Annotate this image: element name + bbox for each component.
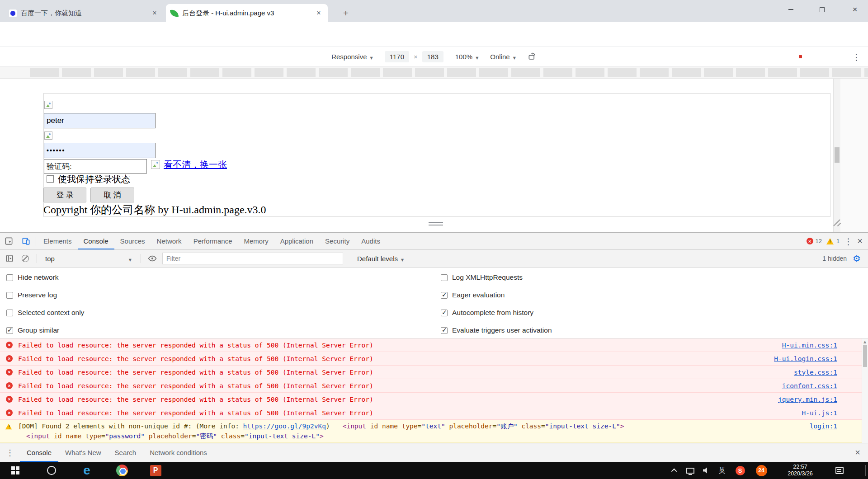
powerpoint-taskbar-button[interactable]: P (145, 462, 166, 479)
console-scrollbar-thumb[interactable] (863, 345, 867, 367)
element-preview[interactable]: <input id name type="text" placeholder="… (343, 423, 624, 430)
login-button[interactable]: 登 录 (43, 188, 86, 202)
start-button[interactable] (5, 462, 26, 479)
tab-close-icon[interactable]: × (150, 9, 159, 18)
hidden-messages-count[interactable]: 1 hidden (822, 255, 847, 262)
log-levels-select[interactable]: Default levels (357, 255, 404, 263)
username-input[interactable] (44, 113, 156, 128)
ime-indicator[interactable]: 英 (715, 462, 729, 479)
captcha-input[interactable] (44, 159, 147, 174)
zoom-select[interactable]: 100% (455, 53, 479, 61)
rotate-viewport-button[interactable] (528, 52, 537, 61)
tab-performance[interactable]: Performance (188, 233, 238, 249)
setting-preserve-log[interactable]: Preserve log (6, 288, 57, 302)
sogou-icon: S (736, 466, 745, 475)
source-link[interactable]: style.css:1 (794, 369, 837, 376)
viewport-resize-grip[interactable] (832, 217, 842, 227)
setting-eager-evaluation[interactable]: Eager evaluation (441, 288, 505, 302)
page-scrollbar[interactable] (833, 79, 840, 232)
tray-overflow-button[interactable] (668, 462, 681, 479)
page-scrollbar-thumb[interactable] (835, 147, 840, 163)
viewport-height-field[interactable]: 183 (422, 51, 443, 62)
source-link[interactable]: jquery.min.js:1 (778, 396, 837, 403)
tab-audits[interactable]: Audits (355, 233, 386, 249)
tray-volume-button[interactable] (700, 462, 712, 479)
chrome-taskbar-button[interactable] (111, 462, 133, 479)
window-maximize-button[interactable] (811, 0, 832, 19)
drawer-tab-whats-new[interactable]: What's New (58, 443, 108, 462)
checkbox[interactable] (6, 327, 13, 334)
console-filter-input[interactable] (162, 253, 343, 264)
setting-selected-context[interactable]: Selected context only (6, 305, 84, 320)
window-close-button[interactable]: × (844, 0, 865, 19)
taskbar-clock[interactable]: 22:57 2020/3/26 (775, 462, 826, 479)
window-minimize-button[interactable] (780, 0, 801, 19)
toggle-device-toolbar-button[interactable] (17, 233, 34, 249)
tab-application[interactable]: Application (274, 233, 319, 249)
tray-badge-button[interactable]: 24 (751, 462, 771, 479)
show-desktop-divider[interactable] (865, 465, 866, 476)
setting-log-xhr[interactable]: Log XMLHttpRequests (441, 270, 523, 285)
devtools-close-icon[interactable]: × (857, 236, 863, 246)
cancel-button[interactable]: 取 消 (90, 188, 134, 202)
device-toolbar-menu-icon[interactable]: ⋮ (852, 52, 861, 62)
tab-network[interactable]: Network (151, 233, 188, 249)
source-link[interactable]: H-ui.js:1 (802, 409, 837, 417)
console-settings-gear-icon[interactable]: ⚙ (853, 253, 861, 264)
captcha-refresh-link[interactable]: 看不清，换一张 (164, 159, 227, 171)
devtools-split-grip[interactable] (429, 222, 443, 225)
inspect-element-button[interactable] (0, 233, 17, 249)
checkbox[interactable] (441, 327, 448, 334)
action-center-button[interactable] (830, 462, 849, 479)
checkbox[interactable] (441, 274, 448, 281)
javascript-context-select[interactable]: top (42, 255, 135, 263)
checkbox[interactable] (441, 310, 448, 316)
browser-tab-baidu[interactable]: 百度一下，你就知道 × (5, 4, 164, 22)
show-console-sidebar-button[interactable] (4, 254, 15, 263)
password-input[interactable] (44, 143, 156, 158)
error-count-badge[interactable]: × 12 (807, 238, 822, 244)
tab-close-icon[interactable]: × (314, 9, 323, 18)
tab-memory[interactable]: Memory (238, 233, 274, 249)
source-link[interactable]: H-ui.min.css:1 (782, 342, 837, 349)
setting-hide-network[interactable]: Hide network (6, 270, 58, 285)
checkbox[interactable] (6, 274, 13, 281)
source-link[interactable]: iconfont.css:1 (782, 382, 837, 390)
devtools-menu-icon[interactable]: ⋮ (844, 236, 853, 246)
tab-sources[interactable]: Sources (114, 233, 151, 249)
checkbox[interactable] (441, 292, 448, 299)
tab-security[interactable]: Security (319, 233, 355, 249)
setting-user-activation[interactable]: Evaluate triggers user activation (441, 323, 552, 338)
source-link[interactable]: login:1 (810, 423, 837, 430)
scroll-up-icon[interactable]: ▲ (863, 340, 866, 344)
remember-me-checkbox[interactable] (47, 175, 54, 183)
warning-count-badge[interactable]: 1 (826, 238, 840, 244)
checkbox[interactable] (6, 310, 13, 316)
viewport-width-field[interactable]: 1170 (385, 51, 409, 62)
tray-sogou-button[interactable]: S (732, 462, 748, 479)
create-live-expression-button[interactable] (146, 254, 158, 263)
warning-info-link[interactable]: https://goo.gl/9p2vKq (243, 423, 326, 430)
element-preview[interactable]: <input id name type="password" placehold… (18, 432, 791, 441)
checkbox[interactable] (6, 292, 13, 299)
drawer-tab-network-conditions[interactable]: Network conditions (143, 443, 214, 462)
clear-console-button[interactable] (19, 255, 31, 262)
browser-tab-hui-login[interactable]: 后台登录 - H-ui.admin.page v3 × (166, 4, 328, 22)
warning-text: ) (326, 423, 330, 430)
console-scrollbar[interactable]: ▲ (862, 338, 868, 443)
setting-group-similar[interactable]: Group similar (6, 323, 59, 338)
drawer-tab-console[interactable]: Console (20, 443, 58, 462)
cortana-search-button[interactable] (41, 462, 62, 479)
throttle-select[interactable]: Online (490, 53, 516, 61)
drawer-close-icon[interactable]: × (855, 447, 868, 458)
tab-elements[interactable]: Elements (38, 233, 78, 249)
drawer-menu-icon[interactable]: ⋮ (0, 448, 20, 457)
source-link[interactable]: H-ui.login.css:1 (774, 355, 837, 362)
tray-display-button[interactable] (684, 462, 697, 479)
setting-autocomplete-history[interactable]: Autocomplete from history (441, 305, 533, 320)
tab-console[interactable]: Console (78, 233, 114, 249)
edge-taskbar-button[interactable]: e (76, 462, 98, 479)
device-mode-select[interactable]: Responsive (331, 53, 373, 61)
new-tab-button[interactable]: + (339, 6, 353, 20)
drawer-tab-search[interactable]: Search (108, 443, 143, 462)
